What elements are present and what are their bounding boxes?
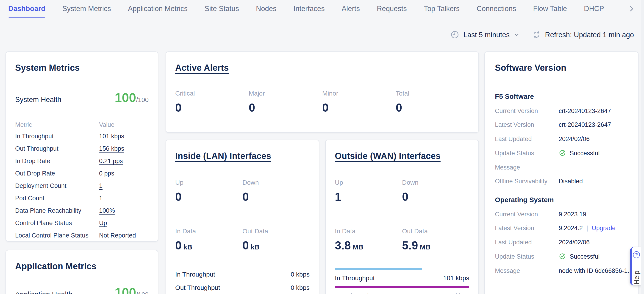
application-health-max: /100 [136,291,149,294]
active-alerts-stats: Critical0Major0Minor0Total0 [175,90,469,114]
software-row-value: 2024/02/06 [559,239,628,245]
lan-out-data: Out Data0kB [242,227,310,252]
active-alerts-title-link[interactable]: Active Alerts [175,63,229,73]
tab-application-metrics[interactable]: Application Metrics [128,4,188,18]
wan-data-stats: In Data3.8MBOut Data5.9MB [335,227,469,252]
metric-row-control-plane-status: Control Plane StatusUp [15,217,148,229]
lan-out-data-value: 0kB [242,239,310,252]
software-row-label: Latest Version [495,225,559,232]
software-row-value: Disabled [559,178,628,185]
page-scrollbar-track[interactable] [641,0,644,294]
metric-row-value: 101 kbps [99,133,148,140]
metric-row-label: Deployment Count [15,182,99,189]
wan-in-data-label[interactable]: In Data [335,227,402,235]
software-value-text: node with ID 6dc66856-1... [559,267,633,274]
help-tab-button[interactable]: ? Help [630,247,641,285]
tab-alerts[interactable]: Alerts [342,4,360,18]
data-value-unit: kB [184,243,192,251]
active-alerts-card: Active Alerts Critical0Major0Minor0Total… [166,51,479,133]
metric-value-link[interactable]: 1 [99,182,102,189]
metric-value-link[interactable]: 0.21 pps [99,158,123,165]
refresh-check-success-icon [559,149,566,157]
alert-stat-label: Critical [175,90,249,97]
throughput-line: Out Throughput0 kbps [175,284,310,291]
wan-out-data-value: 5.9MB [402,239,469,252]
tab-scroll-right-button[interactable] [626,4,637,14]
software-row-label: Update Status [495,150,559,157]
time-range-value: Last 5 minutes [464,31,510,39]
wan-interfaces-card: Outside (WAN) Interfaces Up1Down0 In Dat… [325,140,479,294]
software-row-value: 9.2023.19 [559,211,628,218]
tab-nodes[interactable]: Nodes [256,4,276,18]
refresh-control[interactable]: Refresh: Updated 1 min ago [532,30,634,39]
data-value-number: 5.9 [402,239,418,252]
metric-value-link[interactable]: Up [99,220,107,226]
alert-stat-label: Minor [322,90,396,97]
refresh-status-text: Refresh: Updated 1 min ago [545,31,634,39]
software-row-last-updated: Last Updated2024/02/06 [495,239,628,245]
system-metrics-title: System Metrics [15,63,148,73]
software-row-last-updated: Last Updated2024/02/06 [495,135,628,142]
data-value-number: 0 [175,239,182,252]
wan-out-data-label[interactable]: Out Data [402,227,469,235]
metric-row-label: Control Plane Status [15,220,99,226]
system-health-max: /100 [136,96,149,103]
tab-interfaces[interactable]: Interfaces [294,4,325,18]
wan-interfaces-title-link[interactable]: Outside (WAN) Interfaces [335,151,440,161]
metric-value-link[interactable]: 0 pps [99,170,114,177]
wan-in-data: In Data3.8MB [335,227,402,252]
throughput-label: Out Throughput [175,284,220,291]
metric-row-value: 0.21 pps [99,158,148,165]
tab-bar: DashboardSystem MetricsApplication Metri… [8,4,620,18]
throughput-line: Out Throughput156 kbps [335,292,469,294]
metric-value-link[interactable]: 156 kbps [99,145,124,152]
data-value-number: 0 [242,239,249,252]
metric-row-local-control-plane-status: Local Control Plane StatusNot Reported [15,229,148,242]
alert-stat-minor: Minor0 [322,90,396,114]
tab-dashboard[interactable]: Dashboard [8,4,46,18]
tab-requests[interactable]: Requests [377,4,407,18]
lan-out-throughput-row: Out Throughput0 kbps [175,284,310,291]
metric-table-header: Metric Value [15,119,148,130]
metric-value-link[interactable]: Not Reported [99,232,136,239]
tab-connections[interactable]: Connections [476,4,516,18]
lan-interfaces-title-link[interactable]: Inside (LAN) Interfaces [175,151,271,161]
toolbar: Last 5 minutes Refresh: Updated 1 min ag… [451,30,634,39]
value-column-header: Value [99,121,148,128]
software-row-update-status: Update Status Successful [495,149,628,157]
metric-value-link[interactable]: 101 kbps [99,133,124,140]
tab-site-status[interactable]: Site Status [204,4,239,18]
metric-row-out-drop-rate: Out Drop Rate0 pps [15,167,148,180]
lan-in-throughput-row: In Throughput0 kbps [175,270,310,278]
software-value-text: Disabled [559,178,583,185]
metric-row-label: Data Plane Reachability [15,207,99,214]
tab-top-talkers[interactable]: Top Talkers [424,4,460,18]
refresh-icon [532,30,541,39]
time-range-selector[interactable]: Last 5 minutes [451,30,520,39]
software-row-label: Last Updated [495,239,559,245]
upgrade-link[interactable]: Upgrade [592,225,616,232]
tab-system-metrics[interactable]: System Metrics [62,4,111,18]
metric-value-link[interactable]: 100% [99,207,115,214]
system-metrics-table: Metric Value In Throughput101 kbpsOut Th… [15,119,148,242]
alert-stat-value: 0 [175,101,249,114]
metric-row-label: In Drop Rate [15,158,99,165]
metric-row-label: In Throughput [15,133,99,140]
lan-in-data: In Data0kB [175,227,242,252]
metric-row-value: 156 kbps [99,145,148,152]
throughput-value: 101 kbps [443,274,469,281]
software-row-current-version: Current Versioncrt-20240123-2647 [495,107,628,114]
metric-row-in-throughput: In Throughput101 kbps [15,130,148,142]
alert-stat-value: 0 [249,101,322,114]
metric-value-link[interactable]: 1 [99,195,102,202]
tab-flow-table[interactable]: Flow Table [533,4,567,18]
tab-dhcp[interactable]: DHCP [584,4,604,18]
alert-stat-value: 0 [396,101,470,114]
metric-row-data-plane-reachability: Data Plane Reachability100% [15,204,148,217]
software-row-label: Message [495,267,559,274]
wan-stat-value: 0 [402,190,469,204]
metric-row-label: Out Throughput [15,145,99,152]
software-row-value: 9.2024.2|Upgrade [559,225,628,232]
software-value-text: Successful [570,253,600,260]
software-value-text: 2024/02/06 [559,135,590,142]
